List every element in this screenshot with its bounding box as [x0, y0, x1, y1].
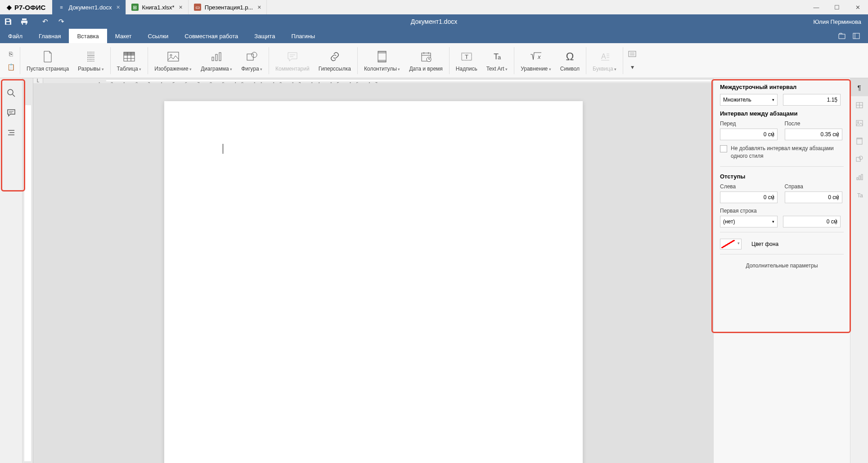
open-location-icon[interactable] [835, 30, 849, 42]
right-tab-bar: ¶ Ta [850, 78, 868, 463]
svg-point-38 [8, 89, 13, 95]
equation-button[interactable]: x Уравнение [516, 45, 556, 76]
image-tab[interactable] [850, 114, 868, 132]
blank-page-icon [43, 49, 53, 64]
svg-text:a: a [498, 54, 501, 61]
app-name: Р7-ОФИС [14, 4, 45, 11]
page-viewport[interactable] [33, 83, 713, 463]
svg-rect-19 [378, 60, 386, 62]
close-icon[interactable]: × [116, 4, 120, 11]
vertical-ruler[interactable] [22, 78, 33, 463]
print-button[interactable] [16, 15, 32, 28]
xls-icon: ⊞ [131, 4, 139, 11]
dropcap-icon: A [599, 49, 610, 64]
ribbon: ⎘ 📋 Пустая страница Разрывы Таблица Изоб… [0, 43, 868, 78]
indents-title: Отступы [720, 173, 844, 180]
menu-insert[interactable]: Вставка [69, 29, 107, 43]
first-line-type-select[interactable]: (нет)▾ [720, 216, 778, 227]
svg-point-49 [857, 122, 859, 123]
breaks-button[interactable]: Разрывы [73, 45, 108, 76]
close-button[interactable]: ✕ [847, 0, 868, 14]
headings-icon[interactable] [5, 127, 17, 138]
header-tab[interactable] [850, 132, 868, 150]
minimize-button[interactable]: — [806, 0, 827, 14]
document-page[interactable] [164, 101, 583, 463]
before-input[interactable]: 0 см ▴▾ [720, 129, 778, 140]
chart-tab[interactable] [850, 168, 868, 186]
comments-icon[interactable] [5, 107, 17, 119]
user-name[interactable]: Юлия Перминова [814, 18, 861, 25]
svg-rect-48 [856, 120, 863, 126]
menu-file[interactable]: Файл [0, 29, 31, 43]
svg-rect-10 [212, 57, 214, 61]
tab-stop-selector[interactable]: L [33, 78, 43, 83]
paste-icon[interactable]: 📋 [6, 62, 15, 71]
save-button[interactable] [0, 15, 16, 28]
menu-home[interactable]: Главная [31, 29, 69, 43]
advanced-settings-link[interactable]: Дополнительные параметры [720, 263, 844, 269]
table-icon [123, 49, 135, 64]
textbox-button[interactable]: T Надпись [451, 45, 482, 76]
after-label: После [785, 120, 844, 127]
tab-spreadsheet[interactable]: ⊞ Книга1.xlsx* × [126, 0, 189, 14]
view-settings-icon[interactable] [849, 30, 864, 42]
redo-button[interactable]: ↷ [53, 15, 69, 28]
document-tabs: ≡ Документ1.docx × ⊞ Книга1.xlsx* × ▭ Пр… [52, 0, 267, 14]
line-spacing-title: Междустрочный интервал [720, 84, 844, 90]
menu-plugins[interactable]: Плагины [283, 29, 323, 43]
undo-button[interactable]: ↶ [37, 15, 53, 28]
maximize-button[interactable]: ☐ [827, 0, 847, 14]
horizontal-ruler[interactable]: ·1·2·1·2·3·4·5·6·7·8·9·10·11·12·13·14·15… [43, 78, 713, 83]
svg-text:T: T [465, 53, 468, 60]
indent-right-input[interactable]: 0 см ▴▾ [785, 191, 842, 203]
search-icon[interactable] [5, 87, 17, 99]
datetime-button[interactable]: Дата и время [405, 45, 447, 76]
image-button[interactable]: Изображение [150, 45, 196, 76]
titlebar: ◆ Р7-ОФИС ≡ Документ1.docx × ⊞ Книга1.xl… [0, 0, 868, 14]
table-tab[interactable] [850, 96, 868, 114]
editor-area: L ·1·2·1·2·3·4·5·6·7·8·9·10·11·12·13·14·… [22, 78, 713, 463]
para-spacing-title: Интервал между абзацами [720, 110, 844, 117]
menu-references[interactable]: Ссылки [140, 29, 177, 43]
ppt-icon: ▭ [194, 4, 201, 11]
tab-document[interactable]: ≡ Документ1.docx × [52, 0, 126, 14]
close-icon[interactable]: × [257, 4, 261, 11]
window-controls: — ☐ ✕ [806, 0, 868, 14]
svg-rect-18 [378, 51, 386, 53]
textart-button[interactable]: Ta Text Art [482, 45, 513, 76]
indent-left-input[interactable]: 0 см ▴▾ [720, 191, 778, 203]
after-input[interactable]: 0.35 см ▴▾ [785, 129, 842, 140]
no-spacing-checkbox[interactable] [720, 145, 727, 152]
link-icon [329, 49, 340, 64]
controls-icon[interactable] [628, 49, 637, 58]
menu-collaboration[interactable]: Совместная работа [176, 29, 246, 43]
bg-color-label: Цвет фона [751, 241, 778, 247]
headers-button[interactable]: Колонтитулы [360, 45, 405, 76]
hyperlink-button[interactable]: Гиперссылка [314, 45, 355, 76]
copy-icon[interactable]: ⎘ [6, 49, 15, 58]
app-logo: ◆ Р7-ОФИС [0, 4, 52, 11]
textart-tab[interactable]: Ta [850, 186, 868, 204]
chevron-down-icon[interactable]: ▾ [628, 62, 637, 71]
shape-button[interactable]: Фигура [237, 45, 267, 76]
symbol-button[interactable]: Ω Символ [556, 45, 584, 76]
blank-page-button[interactable]: Пустая страница [22, 45, 73, 76]
table-button[interactable]: Таблица [112, 45, 146, 76]
tab-presentation[interactable]: ▭ Презентация1.p... × [189, 0, 267, 14]
datetime-icon [421, 49, 432, 64]
menu-layout[interactable]: Макет [107, 29, 140, 43]
svg-point-9 [170, 54, 172, 56]
dropcap-button: A Буквица [588, 45, 621, 76]
paragraph-tab[interactable]: ¶ [850, 78, 868, 96]
bg-color-picker[interactable] [720, 239, 742, 249]
chart-button[interactable]: Диаграмма [196, 45, 237, 76]
line-spacing-type-select[interactable]: Множитель▾ [720, 94, 778, 106]
line-spacing-value-input[interactable]: 1.15 ▴▾ [783, 94, 841, 106]
shape-tab[interactable] [850, 150, 868, 168]
close-icon[interactable]: × [179, 4, 183, 11]
main-area: L ·1·2·1·2·3·4·5·6·7·8·9·10·11·12·13·14·… [0, 78, 868, 463]
svg-rect-11 [216, 54, 217, 61]
first-line-value-input[interactable]: 0 см ▴▾ [783, 216, 841, 227]
menu-protection[interactable]: Защита [246, 29, 283, 43]
menu-bar: Файл Главная Вставка Макет Ссылки Совмес… [0, 29, 868, 43]
